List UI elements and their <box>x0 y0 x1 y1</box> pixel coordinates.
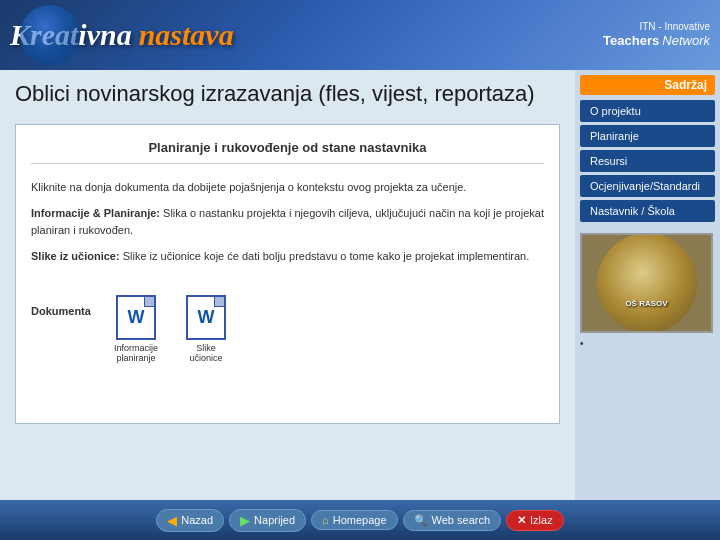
paragraph-2: Informacije & Planiranje: Slika o nastan… <box>31 205 544 238</box>
logo-nastava: nastava <box>139 18 234 51</box>
doc-icon-1 <box>116 295 156 340</box>
doc-icon-2 <box>186 295 226 340</box>
globe-label: OŠ RASOV <box>625 299 667 308</box>
sidebar-item-resursi[interactable]: Resursi <box>580 150 715 172</box>
paragraph-2-bold: Informacije & Planiranje: <box>31 207 160 219</box>
doc-item-2[interactable]: Slike učionice <box>181 295 231 363</box>
doc-text-1: Informacije planiranje <box>111 343 161 363</box>
doc-item-1[interactable]: Informacije planiranje <box>111 295 161 363</box>
main-content: Oblici novinarskog izrazavanja (fles, vi… <box>0 70 720 500</box>
content-subtitle: Planiranje i rukovođenje od stane nastav… <box>31 140 544 164</box>
sidebar: Sadržaj O projektu Planiranje Resursi Oc… <box>575 70 720 500</box>
sidebar-item-o-projektu[interactable]: O projektu <box>580 100 715 122</box>
itn-line2: Teachers Network <box>603 33 710 50</box>
sidebar-header: Sadržaj <box>580 75 715 95</box>
nav-exit-label: Izlaz <box>530 514 553 526</box>
sidebar-item-nastavnik[interactable]: Nastavnik / Škola <box>580 200 715 222</box>
header-globe-decoration <box>20 5 80 65</box>
sidebar-bullet: • <box>580 338 715 349</box>
itn-branding: ITN - Innovative Teachers Network <box>603 20 710 50</box>
home-icon: ⌂ <box>322 514 329 526</box>
footer-nav: ◀ Nazad ▶ Naprijed ⌂ Homepage 🔍 Web sear… <box>0 500 720 540</box>
nav-forward-label: Naprijed <box>254 514 295 526</box>
paragraph-3-bold: Slike iz učionice: <box>31 250 120 262</box>
itn-network: Network <box>662 33 710 48</box>
sidebar-item-planiranje[interactable]: Planiranje <box>580 125 715 147</box>
doc-icon-corner-1 <box>144 297 154 307</box>
documents-label: Dokumenta <box>31 305 91 317</box>
search-icon: 🔍 <box>414 514 428 527</box>
paragraph-1: Kliknite na donja dokumenta da dobijete … <box>31 179 544 196</box>
itn-teachers: Teachers <box>603 33 659 48</box>
nav-forward-button[interactable]: ▶ Naprijed <box>229 509 306 532</box>
nav-home-button[interactable]: ⌂ Homepage <box>311 510 397 530</box>
nav-exit-button[interactable]: ✕ Izlaz <box>506 510 564 531</box>
paragraph-3: Slike iz učionice: Slike iz učionice koj… <box>31 248 544 265</box>
header: Kreativna nastava ITN - Innovative Teach… <box>0 0 720 70</box>
sidebar-item-ocjenjivanje[interactable]: Ocjenjivanje/Standardi <box>580 175 715 197</box>
page-title: Oblici novinarskog izrazavanja (fles, vi… <box>15 80 560 109</box>
doc-icon-corner-2 <box>214 297 224 307</box>
paragraph-3-rest: Slike iz učionice koje će dati bolju pre… <box>120 250 530 262</box>
doc-text-2: Slike učionice <box>181 343 231 363</box>
sidebar-image: OŠ RASOV <box>580 233 713 333</box>
nav-back-label: Nazad <box>181 514 213 526</box>
documents-section: Dokumenta Informacije planiranje Slike u… <box>31 285 544 363</box>
back-arrow-icon: ◀ <box>167 513 177 528</box>
content-box: Planiranje i rukovođenje od stane nastav… <box>15 124 560 424</box>
nav-search-label: Web search <box>432 514 491 526</box>
content-area: Oblici novinarskog izrazavanja (fles, vi… <box>0 70 575 500</box>
itn-line1: ITN - Innovative <box>603 20 710 33</box>
globe-image: OŠ RASOV <box>597 233 697 333</box>
exit-icon: ✕ <box>517 514 526 527</box>
nav-home-label: Homepage <box>333 514 387 526</box>
forward-arrow-icon: ▶ <box>240 513 250 528</box>
nav-search-button[interactable]: 🔍 Web search <box>403 510 502 531</box>
nav-back-button[interactable]: ◀ Nazad <box>156 509 224 532</box>
